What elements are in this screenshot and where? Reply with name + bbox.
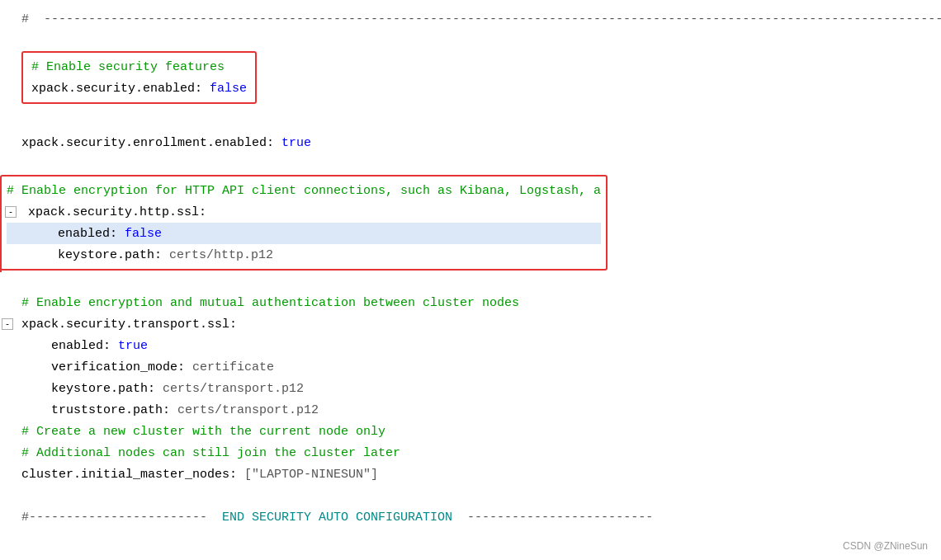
http-ssl-key-text: xpack.security.http.ssl: bbox=[21, 205, 601, 219]
cluster-comment2-line: # Additional nodes can still join the cl… bbox=[0, 442, 941, 464]
separator-top-line: # --------------------------------------… bbox=[0, 8, 941, 30]
blank-line-3 bbox=[0, 153, 941, 175]
http-enabled-line: enabled: false bbox=[7, 223, 601, 244]
separator-text: # --------------------------------------… bbox=[15, 12, 941, 26]
collapse-icon-http[interactable]: - bbox=[5, 206, 17, 218]
enrollment-line: xpack.security.enrollment.enabled: true bbox=[0, 132, 941, 153]
separator-bottom-text: #------------------------ END SECURITY A… bbox=[15, 511, 941, 525]
cluster-master-line: cluster.initial_master_nodes: ["LAPTOP-N… bbox=[0, 464, 941, 485]
transport-truststore-text: truststore.path: certs/transport.p12 bbox=[45, 403, 941, 417]
http-keystore-text: keystore.path: certs/http.p12 bbox=[51, 248, 601, 262]
http-ssl-key-line: - xpack.security.http.ssl: bbox=[7, 201, 601, 223]
block1-comment-text: # Enable security features bbox=[31, 60, 225, 74]
collapse-icon-transport[interactable]: - bbox=[2, 318, 13, 330]
http-enabled-text: enabled: false bbox=[51, 227, 601, 241]
block1-comment-line: # Enable security features bbox=[31, 56, 247, 78]
separator-bottom-line: #------------------------ END SECURITY A… bbox=[0, 506, 941, 528]
enrollment-text: xpack.security.enrollment.enabled: true bbox=[15, 136, 941, 150]
transport-comment-line: # Enable encryption and mutual authentic… bbox=[0, 292, 941, 313]
transport-verify-line: verification_mode: certificate bbox=[0, 356, 941, 378]
transport-enabled-text: enabled: true bbox=[45, 339, 941, 353]
transport-keystore-line: keystore.path: certs/transport.p12 bbox=[0, 378, 941, 399]
cluster-comment2-text: # Additional nodes can still join the cl… bbox=[15, 446, 941, 460]
cluster-comment1-text: # Create a new cluster with the current … bbox=[15, 425, 941, 439]
watermark: CSDN @ZNineSun bbox=[843, 540, 928, 552]
transport-comment-text: # Enable encryption and mutual authentic… bbox=[15, 296, 941, 310]
blank-line-4 bbox=[0, 271, 941, 292]
transport-keystore-text: keystore.path: certs/transport.p12 bbox=[45, 382, 941, 396]
cluster-master-text: cluster.initial_master_nodes: ["LAPTOP-N… bbox=[15, 468, 941, 482]
transport-truststore-line: truststore.path: certs/transport.p12 bbox=[0, 399, 941, 421]
block1-config-line: xpack.security.enabled: false bbox=[31, 78, 247, 99]
blank-line-2 bbox=[0, 111, 941, 132]
block2-wrapper: # Enable encryption for HTTP API client … bbox=[0, 175, 941, 271]
transport-ssl-line: - xpack.security.transport.ssl: bbox=[0, 313, 941, 335]
http-keystore-line: keystore.path: certs/http.p12 bbox=[7, 244, 601, 266]
http-comment-line: # Enable encryption for HTTP API client … bbox=[7, 180, 601, 201]
blank-line-1 bbox=[0, 30, 941, 51]
http-comment-text: # Enable encryption for HTTP API client … bbox=[7, 184, 601, 198]
transport-enabled-line: enabled: true bbox=[0, 335, 941, 356]
blank-line-5 bbox=[0, 485, 941, 506]
transport-verify-text: verification_mode: certificate bbox=[45, 360, 941, 374]
cluster-comment1-line: # Create a new cluster with the current … bbox=[0, 421, 941, 442]
transport-ssl-text: xpack.security.transport.ssl: bbox=[15, 318, 941, 332]
code-container: # --------------------------------------… bbox=[0, 0, 941, 560]
block1-config-text: xpack.security.enabled: false bbox=[31, 82, 247, 96]
